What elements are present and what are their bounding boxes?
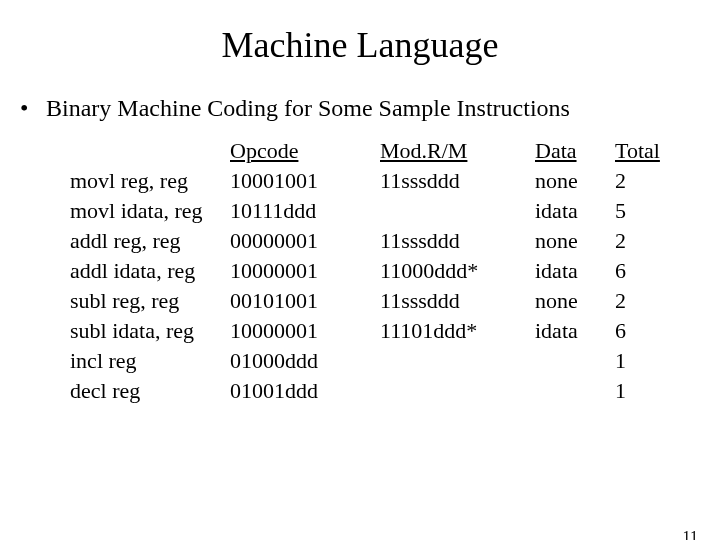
cell-instruction: movl reg, reg [70,168,230,194]
table-row: movl idata, reg 10111ddd idata 5 [70,198,720,228]
slide-title: Machine Language [0,24,720,66]
table-row: movl reg, reg 10001001 11sssddd none 2 [70,168,720,198]
table-row: subl idata, reg 10000001 11101ddd* idata… [70,318,720,348]
cell-instruction: incl reg [70,348,230,374]
page-number: 11 [683,528,698,540]
cell-instruction: movl idata, reg [70,198,230,224]
bullet-item: • Binary Machine Coding for Some Sample … [20,94,720,122]
cell-opcode: 00000001 [230,228,380,254]
bullet-dot-icon: • [20,94,46,122]
cell-modrm: 11sssddd [380,228,535,254]
table-row: addl idata, reg 10000001 11000ddd* idata… [70,258,720,288]
cell-total: 2 [615,168,675,194]
cell-data: none [535,168,615,194]
encoding-table: Opcode Mod.R/M Data Total movl reg, reg … [70,138,720,408]
cell-modrm: 11101ddd* [380,318,535,344]
cell-total: 1 [615,348,675,374]
cell-opcode: 01000ddd [230,348,380,374]
cell-opcode: 10000001 [230,318,380,344]
cell-modrm: 11000ddd* [380,258,535,284]
table-row: addl reg, reg 00000001 11sssddd none 2 [70,228,720,258]
table-header-row: Opcode Mod.R/M Data Total [70,138,720,168]
cell-data: idata [535,318,615,344]
cell-total: 2 [615,288,675,314]
cell-instruction: addl reg, reg [70,228,230,254]
cell-total: 1 [615,378,675,404]
header-data: Data [535,138,615,164]
table-row: decl reg 01001ddd 1 [70,378,720,408]
cell-modrm: 11sssddd [380,288,535,314]
cell-opcode: 10000001 [230,258,380,284]
header-total: Total [615,138,675,164]
slide: Machine Language • Binary Machine Coding… [0,24,720,540]
cell-opcode: 00101001 [230,288,380,314]
cell-total: 6 [615,318,675,344]
cell-modrm: 11sssddd [380,168,535,194]
table-row: subl reg, reg 00101001 11sssddd none 2 [70,288,720,318]
cell-instruction: subl reg, reg [70,288,230,314]
cell-data: none [535,288,615,314]
cell-total: 5 [615,198,675,224]
header-modrm: Mod.R/M [380,138,535,164]
cell-data: none [535,228,615,254]
bullet-text: Binary Machine Coding for Some Sample In… [46,94,570,122]
cell-opcode: 01001ddd [230,378,380,404]
cell-instruction: addl idata, reg [70,258,230,284]
table-row: incl reg 01000ddd 1 [70,348,720,378]
header-opcode: Opcode [230,138,380,164]
cell-data: idata [535,258,615,284]
cell-opcode: 10111ddd [230,198,380,224]
cell-data: idata [535,198,615,224]
cell-total: 6 [615,258,675,284]
cell-total: 2 [615,228,675,254]
cell-opcode: 10001001 [230,168,380,194]
cell-instruction: subl idata, reg [70,318,230,344]
cell-instruction: decl reg [70,378,230,404]
